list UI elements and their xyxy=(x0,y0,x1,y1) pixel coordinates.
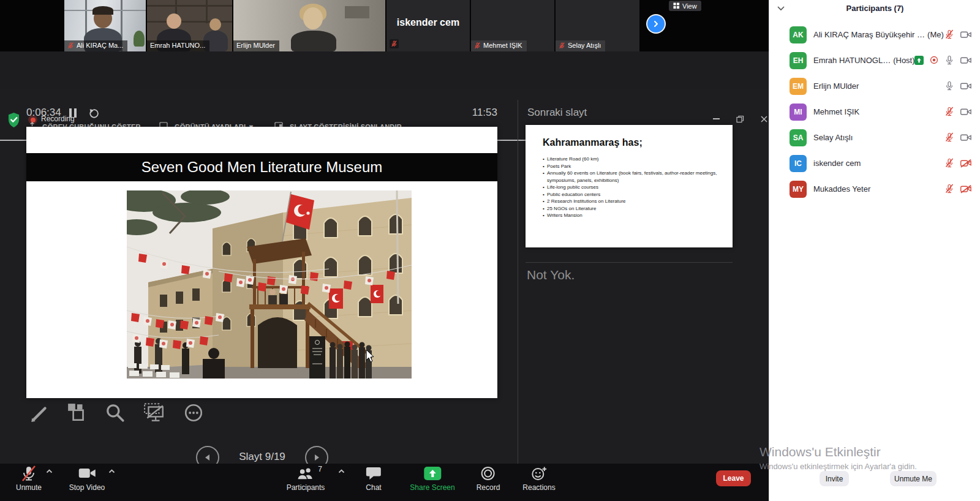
stop-video-button[interactable]: Stop Video xyxy=(69,466,105,492)
slide: Seven Good Men Literature Museum xyxy=(26,127,497,398)
participant-row[interactable]: EH Emrah HATUNOGL…(Host) xyxy=(769,48,980,73)
bullet-item: Public education centers xyxy=(547,191,600,198)
slide-counter: Slayt 9/19 xyxy=(230,451,294,463)
bullet-item: Literature Road (60 km) xyxy=(547,156,598,163)
camera-off-icon xyxy=(960,184,972,194)
zoom-slide-button[interactable] xyxy=(102,399,129,426)
recording-icon xyxy=(929,55,939,65)
participants-button[interactable]: 7 Participants xyxy=(287,466,325,492)
slide-sorter-button[interactable] xyxy=(64,399,91,426)
invite-label: Invite xyxy=(826,475,843,483)
record-icon xyxy=(481,466,496,481)
record-button[interactable]: Record xyxy=(477,466,500,492)
share-screen-button[interactable]: Share Screen xyxy=(410,466,454,492)
museum-photo xyxy=(127,190,412,379)
participant-name: Selay Atışlı xyxy=(813,133,853,142)
notes-text: Not Yok. xyxy=(527,268,575,282)
pause-timer-button[interactable] xyxy=(69,108,77,118)
notes-divider xyxy=(526,262,733,263)
participants-icon xyxy=(297,467,314,480)
tile-name: Selay Atışlı xyxy=(568,42,601,49)
next-page-button[interactable] xyxy=(647,15,665,32)
camera-icon xyxy=(960,56,972,65)
muted-mic-icon xyxy=(559,42,565,49)
bullet-item: Poets Park xyxy=(547,163,571,170)
view-button[interactable]: View xyxy=(669,1,701,11)
close-icon xyxy=(761,116,767,122)
restore-button[interactable] xyxy=(736,115,744,123)
unmute-label: Unmute xyxy=(16,483,42,492)
video-tile-emrah[interactable]: Emrah HATUNO... xyxy=(147,0,232,51)
black-screen-button[interactable] xyxy=(141,399,168,426)
next-slide-title: Kahramanmaraş has; xyxy=(543,137,724,148)
ellipsis-icon xyxy=(183,402,204,423)
tile-name: Mehmet IŞIK xyxy=(483,42,522,49)
video-strip: Ali KIRAÇ Ma... Emrah HATUNO... xyxy=(0,0,769,51)
video-tile-erlijn[interactable]: Erlijn MUlder xyxy=(233,0,385,51)
muted-mic-icon xyxy=(67,42,74,49)
bullet-item: Writers Mansion xyxy=(547,212,582,219)
participant-name: Mehmet IŞIK xyxy=(813,107,859,116)
mic-icon xyxy=(944,55,954,65)
participant-row[interactable]: AK Ali KIRAÇ Maraş Büyükşehir …(Me) xyxy=(769,22,980,48)
tile-name: Emrah HATUNO... xyxy=(150,42,205,49)
more-options-button[interactable] xyxy=(180,399,207,426)
participant-row[interactable]: SA Selay Atışlı xyxy=(769,125,980,151)
close-button[interactable] xyxy=(760,115,768,123)
play-left-icon xyxy=(203,453,212,462)
magnifier-icon xyxy=(105,402,126,423)
muted-mic-icon xyxy=(944,132,954,142)
participants-label: Participants xyxy=(287,483,325,492)
camera-icon xyxy=(960,107,972,116)
leave-button[interactable]: Leave xyxy=(716,470,751,486)
muted-mic-icon xyxy=(474,42,481,49)
video-tile-selay[interactable]: Selay Atışlı xyxy=(556,0,639,51)
camera-off-icon xyxy=(960,159,972,168)
participant-row[interactable]: MY Mukaddes Yeter xyxy=(769,176,980,202)
participant-row[interactable]: EM Erlijn MUlder xyxy=(769,73,980,99)
video-tile-iskender[interactable]: iskender cem xyxy=(386,0,470,51)
monument-sign xyxy=(309,336,325,379)
participant-row[interactable]: MI Mehmet IŞIK xyxy=(769,99,980,125)
invite-button[interactable]: Invite xyxy=(820,471,849,486)
pen-tool-button[interactable] xyxy=(26,399,53,426)
participants-count: 7 xyxy=(318,465,322,473)
avatar: EM xyxy=(790,78,807,95)
security-shield-icon[interactable] xyxy=(7,112,20,129)
video-tile-mehmet[interactable]: Mehmet IŞIK xyxy=(471,0,554,51)
camera-icon xyxy=(960,81,972,91)
muted-mic-icon xyxy=(944,107,954,116)
reactions-button[interactable]: Reactions xyxy=(522,466,555,492)
bullet-item: Life-long public courses xyxy=(547,184,598,191)
audio-options-caret[interactable] xyxy=(45,469,53,474)
avatar: EH xyxy=(790,52,807,69)
chevron-right-icon xyxy=(652,20,660,28)
avatar: IC xyxy=(790,155,807,172)
bullet-item: 2 Research Institutions on Literature xyxy=(547,198,626,205)
video-options-caret[interactable] xyxy=(108,469,116,474)
chat-label: Chat xyxy=(366,483,381,492)
chat-bubble-icon xyxy=(366,467,381,480)
chat-button[interactable]: Chat xyxy=(366,466,381,492)
unmute-button[interactable]: Unmute xyxy=(16,466,42,492)
video-camera-icon xyxy=(78,467,96,480)
unmute-me-button[interactable]: Unmute Me xyxy=(890,471,937,486)
control-bar: Recording GÖREV ÇUBUĞUNU GÖSTER GÖRÜNTÜ … xyxy=(0,51,769,89)
bullet-item: 25 NGOs on Literature xyxy=(547,205,596,213)
play-right-icon xyxy=(312,453,321,462)
next-slide-preview: Kahramanmaraş has; Literature Road (60 k… xyxy=(526,125,733,247)
participant-row[interactable]: IC iskender cem xyxy=(769,151,980,176)
video-tile-ali[interactable]: Ali KIRAÇ Ma... xyxy=(64,0,146,51)
minimize-button[interactable] xyxy=(712,115,720,123)
tile-name: Ali KIRAÇ Ma... xyxy=(77,42,123,49)
restart-timer-button[interactable] xyxy=(88,108,99,119)
participants-panel-title: Participants (7) xyxy=(769,4,980,13)
tile-name: iskender cem xyxy=(386,17,470,28)
pen-icon xyxy=(29,402,50,423)
participant-name: iskender cem xyxy=(813,159,861,168)
avatar: SA xyxy=(790,129,807,146)
participants-options-caret[interactable] xyxy=(337,469,345,474)
muted-mic-icon xyxy=(944,158,954,168)
avatar: MI xyxy=(790,104,807,121)
restore-icon xyxy=(736,115,744,123)
